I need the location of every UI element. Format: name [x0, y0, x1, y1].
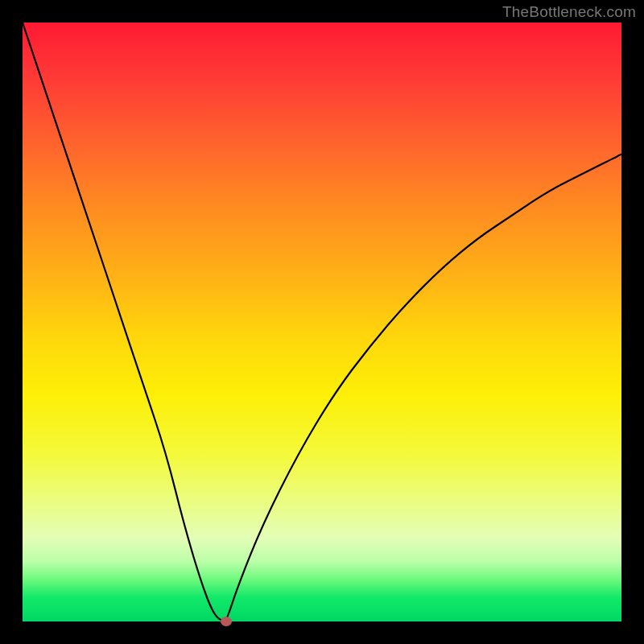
chart-curve [23, 23, 621, 621]
chart-wrap: TheBottleneck.com [0, 0, 644, 644]
plot-area [23, 23, 621, 621]
watermark-text: TheBottleneck.com [502, 3, 636, 21]
bottleneck-curve-path [23, 23, 621, 621]
min-point-marker [221, 617, 232, 626]
